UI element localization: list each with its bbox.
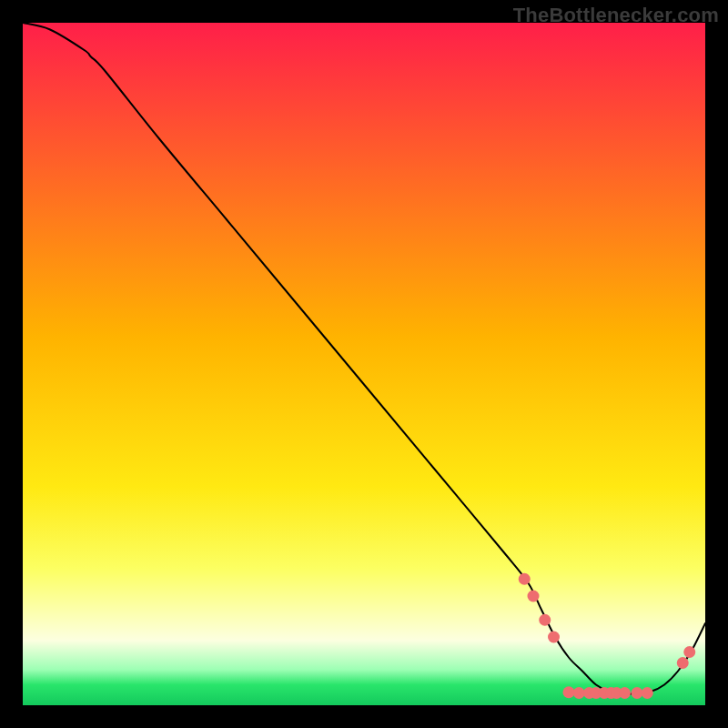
chart-background (23, 23, 705, 705)
marker-dot (528, 591, 540, 602)
marker-dot (683, 646, 695, 658)
marker-dot (619, 687, 631, 699)
marker-dot (548, 632, 560, 643)
chart-svg (23, 23, 705, 705)
marker-dot (642, 687, 653, 699)
marker-dot (573, 687, 585, 699)
marker-dot (677, 657, 689, 669)
marker-dot (563, 686, 575, 698)
chart-frame: TheBottlenecker.com (0, 0, 728, 728)
marker-dot (539, 614, 551, 626)
marker-dot (632, 687, 643, 699)
marker-dot (519, 573, 531, 585)
chart-plot-area (23, 23, 705, 705)
